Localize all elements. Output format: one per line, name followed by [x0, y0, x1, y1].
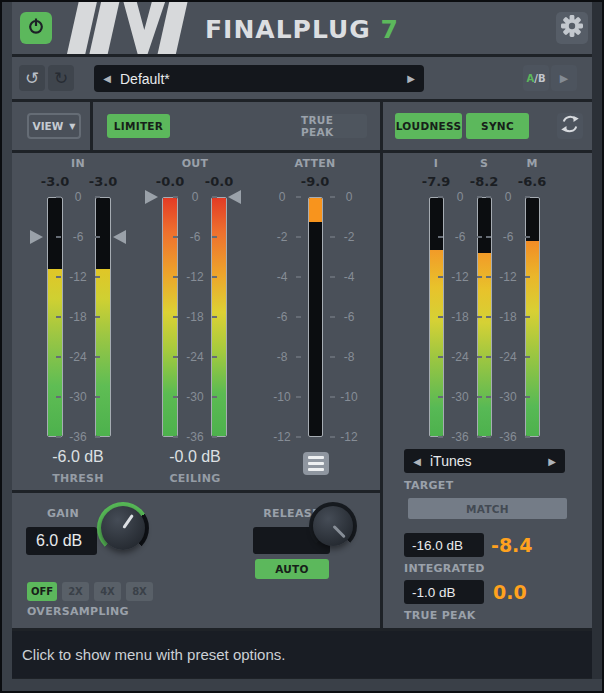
release-auto-toggle[interactable]: AUTO	[255, 559, 329, 579]
match-button[interactable]: MATCH	[408, 498, 567, 519]
oversampling-off-button[interactable]: OFF	[27, 582, 57, 601]
redo-button[interactable]: ↻	[48, 65, 74, 91]
plugin-window: FINALPLUG 7 ↺	[0, 0, 604, 693]
chevron-down-icon: ▼	[69, 122, 75, 131]
in-right-value: -3.0	[78, 174, 128, 189]
atten-menu-button[interactable]	[303, 452, 329, 475]
preset-bar: ↺ ↻ ◀ Default* ▶ A/B ▶	[12, 57, 592, 99]
loudness-label: LOUDNESS	[396, 120, 462, 132]
title-bar: FINALPLUG 7	[12, 2, 592, 54]
preset-prev-icon[interactable]: ◀	[94, 73, 120, 84]
lufs-i-value: -7.9	[411, 174, 461, 189]
limiter-label: LIMITER	[114, 120, 163, 132]
lufs-m-title: M	[502, 157, 562, 170]
brand-logo-icon	[57, 2, 190, 54]
frame-strip-bottom	[2, 679, 602, 691]
oversampling-8x-button[interactable]: 8X	[126, 582, 153, 601]
out-meter-title: OUT	[165, 157, 225, 170]
oversampling-label: OVERSAMPLING	[27, 605, 129, 618]
status-text: Click to show menu with preset options.	[22, 646, 285, 663]
reset-measurement-button[interactable]	[557, 113, 583, 139]
atten-value: -9.0	[290, 174, 340, 189]
limiter-toggle[interactable]: LIMITER	[107, 114, 170, 138]
preset-selector[interactable]: ◀ Default* ▶	[94, 65, 424, 92]
release-knob-pointer	[332, 525, 345, 538]
ceiling-readout[interactable]: -0.0 dB	[145, 448, 245, 466]
match-label: MATCH	[466, 503, 509, 515]
out-meter-scale: 0-6 -12-18 -24-30 -36	[170, 197, 220, 437]
frame-strip-right	[592, 2, 602, 679]
redo-icon: ↻	[54, 68, 68, 89]
integrated-target-field[interactable]: -16.0 dB	[404, 533, 484, 557]
target-selector[interactable]: ◀ iTunes ▶	[404, 449, 565, 473]
limiter-meters-panel: IN -3.0 -3.0 0-6 -12-18 -24-30 -36 -6.0 …	[12, 153, 380, 490]
status-bar: Click to show menu with preset options.	[12, 631, 592, 678]
preset-play-button[interactable]: ▶	[551, 65, 577, 91]
gain-value: 6.0 dB	[36, 532, 82, 550]
ceiling-marker-right[interactable]	[228, 190, 241, 204]
target-next-icon[interactable]: ▶	[539, 456, 565, 467]
view-label: VIEW	[33, 120, 64, 132]
gain-knob-pointer	[122, 514, 134, 529]
true-peak-field-label: TRUE PEAK	[404, 609, 476, 622]
oversampling-4x-label: 4X	[100, 586, 115, 597]
thresh-marker-left[interactable]	[30, 230, 43, 244]
preset-next-icon[interactable]: ▶	[398, 73, 424, 84]
gain-knob[interactable]	[97, 502, 149, 554]
ceiling-label: CEILING	[145, 472, 245, 485]
lufs-m-value: -6.6	[507, 174, 557, 189]
menu-icon	[308, 456, 324, 459]
settings-button[interactable]	[556, 12, 588, 44]
gain-knob-face	[101, 506, 145, 550]
target-prev-icon[interactable]: ◀	[404, 456, 430, 467]
power-button[interactable]	[20, 12, 52, 44]
integrated-target-value: -16.0 dB	[412, 538, 463, 553]
out-left-value: -0.0	[145, 174, 195, 189]
oversampling-2x-label: 2X	[68, 586, 83, 597]
ceiling-marker-left[interactable]	[145, 190, 158, 204]
true-peak-label: TRUE PEAK	[301, 114, 367, 138]
target-label: TARGET	[404, 479, 453, 492]
auto-label: AUTO	[275, 563, 309, 575]
view-dropdown[interactable]: VIEW ▼	[27, 113, 81, 139]
atten-scale-right: 0-2 -4-6 -8-10 -12	[327, 197, 371, 437]
app-version: 7	[380, 15, 398, 44]
in-left-value: -3.0	[30, 174, 80, 189]
oversampling-4x-button[interactable]: 4X	[94, 582, 121, 601]
thresh-readout[interactable]: -6.0 dB	[28, 448, 128, 466]
release-knob-face	[313, 506, 353, 546]
sync-toggle[interactable]: SYNC	[466, 113, 529, 139]
thresh-label: THRESH	[28, 472, 128, 485]
undo-button[interactable]: ↺	[19, 65, 45, 91]
loudness-toggle[interactable]: LOUDNESS	[395, 113, 462, 139]
app-name: FINALPLUG	[205, 15, 371, 44]
power-icon	[26, 16, 46, 40]
lufs-scale-left: 0-6 -12-18 -24-30 -36	[435, 197, 485, 437]
release-knob[interactable]	[309, 502, 357, 550]
atten-meter-title: ATTEN	[285, 157, 345, 170]
out-right-value: -0.0	[194, 174, 244, 189]
oversampling-off-label: OFF	[31, 586, 53, 597]
loudness-section: LOUDNESS SYNC	[383, 102, 592, 150]
ab-b-label: /B	[534, 73, 545, 84]
atten-scale-left: 0-2 -4-6 -8-10 -12	[260, 197, 304, 437]
integrated-live-value: -8.4	[491, 534, 533, 556]
limiter-section: LIMITER TRUE PEAK	[93, 102, 380, 150]
gain-value-field[interactable]: 6.0 dB	[26, 527, 97, 555]
oversampling-2x-button[interactable]: 2X	[62, 582, 89, 601]
lufs-scale-right: 0-6 -12-18 -24-30 -36	[483, 197, 533, 437]
undo-icon: ↺	[25, 68, 39, 89]
true-peak-target-value: -1.0 dB	[412, 585, 456, 600]
in-meter-scale: 0-6 -12-18 -24-30 -36	[53, 197, 103, 437]
preset-name: Default*	[120, 71, 398, 87]
view-section: VIEW ▼	[12, 102, 90, 150]
true-peak-target-field[interactable]: -1.0 dB	[404, 580, 484, 604]
integrated-label: INTEGRATED	[404, 562, 485, 575]
gain-label: GAIN	[33, 507, 93, 520]
frame-strip-left	[2, 2, 12, 679]
true-peak-toggle[interactable]: TRUE PEAK	[301, 114, 367, 138]
oversampling-8x-label: 8X	[132, 586, 147, 597]
thresh-marker-right[interactable]	[113, 230, 126, 244]
ab-compare-button[interactable]: A/B	[523, 65, 549, 91]
gear-icon	[560, 14, 584, 42]
